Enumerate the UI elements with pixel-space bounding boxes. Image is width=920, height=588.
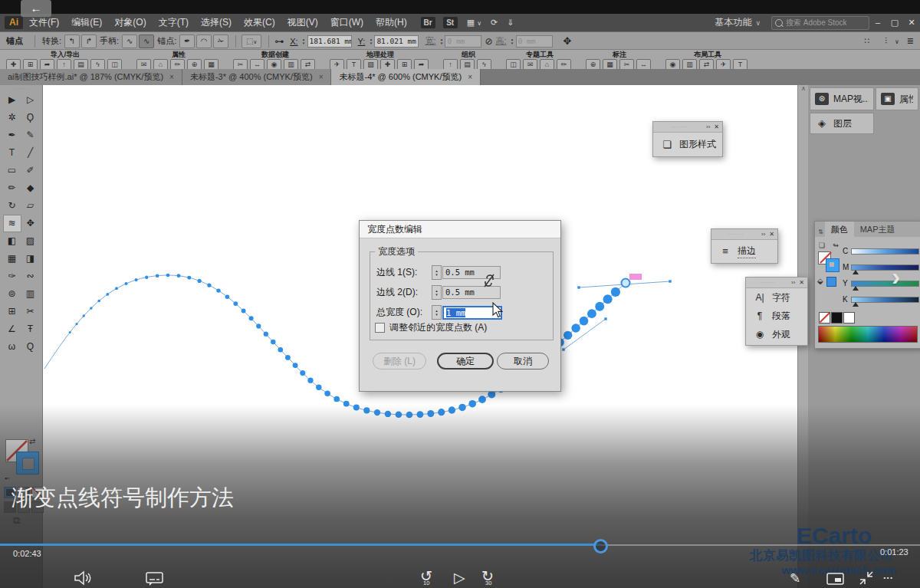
bounding-box-button[interactable]: ⬚∨ [242, 34, 261, 48]
cube-icon[interactable]: ⬙ [817, 277, 823, 287]
color-slider-k[interactable]: K [843, 291, 919, 307]
workspace-switcher[interactable]: 基本功能∨ [715, 16, 761, 29]
copy-icon[interactable]: ❏ [819, 241, 825, 249]
tab-close-icon[interactable]: × [169, 73, 174, 81]
skip-back-10-button[interactable]: ↺10 [420, 569, 432, 584]
document-tab[interactable]: 未标题-3* @ 400% (CMYK/预览) × [182, 69, 332, 85]
stroke-color-swatch-selected[interactable] [16, 452, 39, 475]
panel-arrows-icon[interactable]: ›› [791, 278, 795, 287]
document-tab[interactable]: 未标题-4* @ 600% (CMYK/预览) × [331, 69, 481, 85]
search-input[interactable]: 搜索 Adobe Stock [771, 16, 869, 30]
direct-selection-tool[interactable]: ▷ [21, 91, 40, 109]
play-button[interactable]: ▷ [454, 569, 465, 586]
back-button[interactable]: ← [21, 0, 51, 17]
stroke-swatch-selected[interactable] [826, 258, 840, 272]
panel-arrows-icon[interactable]: ›› [706, 122, 710, 132]
cancel-button[interactable]: 取消 [497, 353, 549, 370]
collapse-panel-icon[interactable]: ⇅ [815, 228, 825, 237]
swatch-white[interactable] [843, 312, 855, 324]
height-value-field[interactable]: 0 mm [516, 35, 553, 48]
column-graph-tool[interactable]: ▥ [21, 285, 40, 303]
magic-wand-tool[interactable]: ✲ [3, 109, 21, 126]
mesh-tool[interactable]: ▦ [3, 250, 21, 268]
convert-smooth-button[interactable]: ↱ [81, 34, 97, 48]
height-stepper[interactable]: ▴▾ [509, 35, 516, 47]
field-stepper[interactable]: ▴▾ [432, 285, 442, 300]
pen-tool[interactable]: ✒ [3, 126, 21, 144]
panel-close-icon[interactable]: ✕ [799, 278, 804, 287]
x-label[interactable]: X: [290, 37, 297, 46]
panel-close-icon[interactable]: ✕ [714, 122, 719, 132]
panel-arrows-icon[interactable]: ›› [761, 229, 765, 239]
panel-titlebar[interactable]: ······· ›› ✕ [711, 229, 777, 240]
tab-close-icon[interactable]: × [319, 73, 324, 81]
x-value-field[interactable]: 181.681 mm [307, 35, 352, 48]
measure-tool[interactable]: ∠ [3, 320, 21, 338]
shaper-tool[interactable]: ✏ [3, 179, 21, 197]
field-stepper[interactable]: ▴▾ [432, 265, 442, 280]
color-slider-y[interactable]: Y [843, 275, 919, 291]
tab-map-theme[interactable]: MAP主题 [854, 222, 902, 237]
shape-builder-tool[interactable]: ◧ [3, 232, 21, 250]
blend-tool[interactable]: ∾ [21, 268, 40, 285]
attributes-panel-header[interactable]: ▣ 属性 [876, 87, 918, 110]
curvature-tool[interactable]: ✎ [21, 126, 40, 144]
symbol-sprayer-tool[interactable]: ⊚ [3, 285, 21, 303]
eyedropper-tool[interactable]: ✑ [3, 268, 21, 285]
lasso-tool[interactable]: Ϙ [21, 109, 40, 126]
slice-tool[interactable]: ✂ [21, 303, 40, 320]
tools-panel-grip[interactable]: ······· [0, 85, 42, 91]
slider-marker[interactable] [853, 270, 859, 274]
menu-item[interactable]: 选择(S) [195, 14, 238, 31]
swatch-none[interactable] [819, 312, 830, 324]
connect-anchor-button[interactable]: ◠ [196, 34, 212, 48]
menu-item[interactable]: 效果(C) [238, 14, 281, 31]
selection-tool[interactable]: ▶ [3, 91, 21, 109]
scale-tool[interactable]: ▱ [21, 197, 40, 215]
pattern-swatch[interactable] [826, 277, 836, 287]
y-label[interactable]: Y: [358, 37, 366, 46]
type-tool[interactable]: T [3, 144, 21, 162]
window-close-button[interactable]: ✕ [903, 14, 920, 31]
gradient-tool[interactable]: ◨ [21, 250, 40, 268]
color-spectrum-bar[interactable] [818, 326, 918, 343]
expand-panel-chevron-icon[interactable]: › [892, 261, 900, 291]
scroll-up-icon[interactable]: ∧ [801, 85, 806, 92]
panel-titlebar[interactable]: ······· ›› ✕ [746, 278, 807, 288]
annotate-pen-icon[interactable]: ✎ [790, 570, 800, 586]
menu-item[interactable]: 文字(T) [153, 14, 195, 31]
panel-options-icon[interactable]: ⫶∨ [877, 36, 899, 46]
cut-path-button[interactable]: ✁ [213, 34, 228, 48]
rotate-view-icon[interactable]: ⟳ [491, 18, 498, 28]
convert-corner-button[interactable]: ↰ [64, 34, 80, 48]
live-paint-tool[interactable]: ▨ [21, 232, 40, 250]
y-value-field[interactable]: 81.021 mm [374, 35, 419, 48]
swap-icon[interactable]: ↬ [833, 241, 839, 249]
graphic-styles-header[interactable]: ❏ 图形样式 [653, 133, 722, 156]
panel-list-item[interactable]: ◉ 外观 [746, 325, 807, 343]
x-stepper[interactable]: ▴▾ [301, 35, 307, 47]
remove-anchor-button[interactable]: ✒ [179, 34, 195, 48]
tab-close-icon[interactable]: × [468, 73, 472, 81]
touch-type-tool[interactable]: Ŧ [21, 320, 40, 338]
picture-in-picture-icon[interactable] [826, 573, 845, 586]
menu-item[interactable]: 对象(O) [108, 14, 152, 31]
menu-item[interactable]: 视图(V) [281, 14, 324, 31]
link-width-height-icon[interactable]: ⊘ [485, 36, 492, 47]
slider-marker[interactable] [853, 302, 859, 307]
tab-color[interactable]: 颜色 [825, 222, 854, 237]
artboard-tool[interactable]: ⊞ [3, 303, 21, 320]
window-restore-button[interactable]: ▢ [886, 14, 903, 31]
align-anchor-icon[interactable]: ⊶ [274, 36, 284, 47]
layers-panel-header[interactable]: ◈ 图层 [810, 113, 874, 134]
menu-item[interactable]: 窗口(W) [324, 14, 370, 31]
field-stepper[interactable]: ▴▾ [432, 305, 442, 320]
width-tool[interactable]: ≋ [3, 215, 21, 232]
zoom-tool[interactable]: Q [21, 338, 40, 356]
eraser-tool[interactable]: ◆ [21, 179, 40, 197]
swap-fill-stroke-icon[interactable]: ⇄ [29, 437, 35, 445]
adjust-adjacent-checkbox[interactable]: 调整邻近的宽度点数 (A) [375, 321, 487, 334]
menu-item[interactable]: 帮助(H) [370, 14, 413, 31]
free-transform-tool[interactable]: ✥ [21, 215, 40, 232]
app-badge[interactable]: Br [421, 17, 435, 28]
